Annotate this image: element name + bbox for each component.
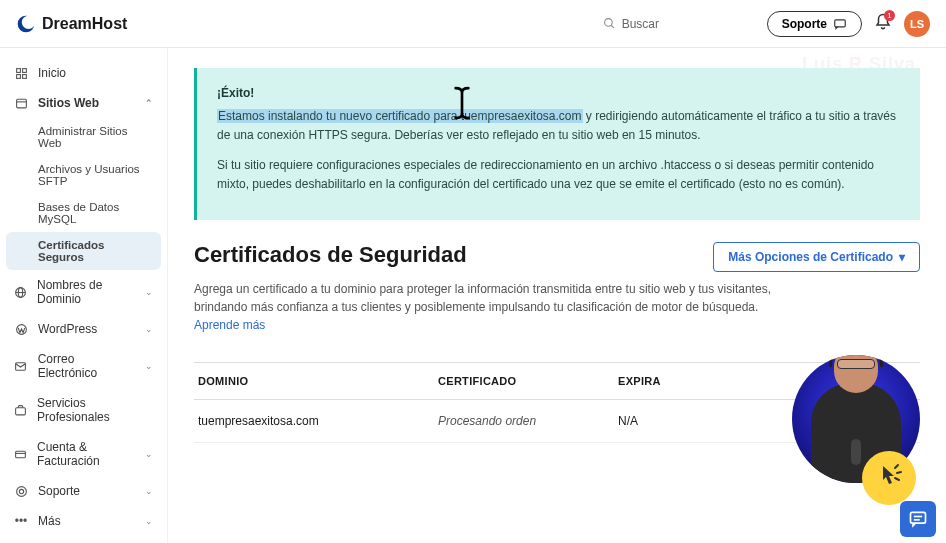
sidebar-sub-sftp[interactable]: Archivos y Usuarios SFTP bbox=[0, 156, 167, 194]
page-description: Agrega un certificado a tu dominio para … bbox=[194, 280, 814, 316]
support-button[interactable]: Soporte bbox=[767, 11, 862, 37]
svg-rect-6 bbox=[22, 68, 26, 72]
click-pointer-icon bbox=[862, 451, 916, 505]
chevron-up-icon: ⌃ bbox=[145, 98, 153, 108]
svg-point-20 bbox=[19, 489, 23, 493]
card-icon bbox=[14, 448, 27, 461]
top-header: DreamHost Buscar Soporte 1 LS bbox=[0, 0, 946, 48]
chevron-down-icon: ⌄ bbox=[145, 361, 153, 371]
alert-paragraph-1: Estamos instalando tu nuevo certificado … bbox=[217, 107, 900, 145]
svg-point-19 bbox=[16, 486, 26, 496]
main-content: Luis R Silva ¡Éxito! Estamos instalando … bbox=[168, 48, 946, 543]
moon-icon bbox=[16, 14, 36, 34]
brand-logo[interactable]: DreamHost bbox=[16, 14, 127, 34]
col-domain-header: DOMINIO bbox=[198, 375, 438, 387]
svg-rect-24 bbox=[911, 512, 926, 523]
page-title: Certificados de Seguridad bbox=[194, 242, 467, 268]
svg-rect-8 bbox=[22, 74, 26, 78]
svg-line-3 bbox=[611, 25, 614, 28]
user-avatar[interactable]: LS bbox=[904, 11, 930, 37]
svg-line-21 bbox=[895, 465, 898, 468]
notif-badge: 1 bbox=[884, 10, 895, 21]
alert-title: ¡Éxito! bbox=[217, 84, 900, 103]
mail-icon bbox=[14, 360, 28, 373]
sidebar-item-correo[interactable]: Correo Electrónico ⌄ bbox=[0, 344, 167, 388]
sidebar-item-cuenta[interactable]: Cuenta & Facturación ⌄ bbox=[0, 432, 167, 476]
briefcase-icon bbox=[14, 404, 27, 417]
sidebar-item-wordpress[interactable]: WordPress ⌄ bbox=[0, 314, 167, 344]
chat-widget-button[interactable] bbox=[900, 501, 936, 537]
cell-domain: tuempresaexitosa.com bbox=[198, 414, 438, 428]
cell-cert: Procesando orden bbox=[438, 414, 618, 428]
svg-rect-5 bbox=[16, 68, 20, 72]
svg-rect-16 bbox=[16, 407, 26, 414]
caret-down-icon: ▾ bbox=[899, 250, 905, 264]
alert-paragraph-2: Si tu sitio requiere configuraciones esp… bbox=[217, 156, 900, 194]
svg-point-1 bbox=[22, 15, 35, 28]
window-icon bbox=[14, 97, 28, 110]
lifebuoy-icon bbox=[14, 485, 28, 498]
svg-point-2 bbox=[604, 19, 612, 27]
chevron-down-icon: ⌄ bbox=[145, 449, 153, 459]
chat-bubble-icon bbox=[833, 17, 847, 31]
chevron-down-icon: ⌄ bbox=[145, 287, 153, 297]
sidebar-item-servicios[interactable]: Servicios Profesionales bbox=[0, 388, 167, 432]
col-cert-header: CERTIFICADO bbox=[438, 375, 618, 387]
sidebar-item-soporte[interactable]: Soporte ⌄ bbox=[0, 476, 167, 506]
svg-line-23 bbox=[895, 478, 899, 480]
brand-text: DreamHost bbox=[42, 15, 127, 33]
success-alert: ¡Éxito! Estamos instalando tu nuevo cert… bbox=[194, 68, 920, 220]
svg-rect-4 bbox=[835, 19, 846, 26]
sidebar-item-mas[interactable]: ••• Más ⌄ bbox=[0, 506, 167, 536]
svg-rect-9 bbox=[16, 99, 26, 108]
sidebar-item-sitios-web[interactable]: Sitios Web ⌃ bbox=[0, 88, 167, 118]
svg-rect-17 bbox=[16, 451, 26, 458]
notifications-button[interactable]: 1 bbox=[874, 13, 892, 34]
more-options-button[interactable]: Más Opciones de Certificado ▾ bbox=[713, 242, 920, 272]
sidebar-item-inicio[interactable]: Inicio bbox=[0, 58, 167, 88]
sidebar-sub-admin-sitios[interactable]: Administrar Sitios Web bbox=[0, 118, 167, 156]
search-icon bbox=[603, 17, 616, 30]
svg-rect-7 bbox=[16, 74, 20, 78]
grid-icon bbox=[14, 67, 28, 80]
sidebar: Inicio Sitios Web ⌃ Administrar Sitios W… bbox=[0, 48, 168, 543]
sidebar-item-dominio[interactable]: Nombres de Dominio ⌄ bbox=[0, 270, 167, 314]
chevron-down-icon: ⌄ bbox=[145, 516, 153, 526]
learn-more-link[interactable]: Aprende más bbox=[194, 318, 265, 332]
wordpress-icon bbox=[14, 323, 28, 336]
globe-icon bbox=[14, 286, 27, 299]
svg-line-22 bbox=[897, 472, 901, 473]
chevron-down-icon: ⌄ bbox=[145, 324, 153, 334]
sidebar-sub-mysql[interactable]: Bases de Datos MySQL bbox=[0, 194, 167, 232]
chevron-down-icon: ⌄ bbox=[145, 486, 153, 496]
search-placeholder: Buscar bbox=[622, 17, 659, 31]
search-input[interactable]: Buscar bbox=[595, 13, 755, 35]
sidebar-sub-certificados[interactable]: Certificados Seguros bbox=[6, 232, 161, 270]
dots-icon: ••• bbox=[14, 514, 28, 528]
